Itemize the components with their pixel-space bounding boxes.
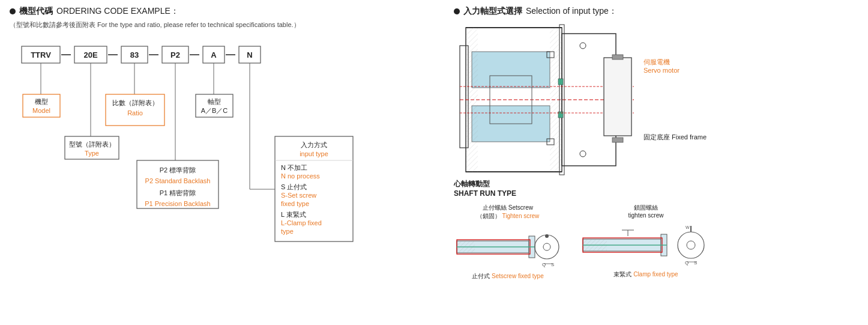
svg-text:Q: Q	[542, 262, 546, 267]
svg-point-87	[543, 243, 550, 251]
svg-text:L 束緊式: L 束緊式	[281, 211, 306, 218]
left-title-en: ORDERING CODE EXAMPLE：	[56, 6, 179, 17]
bullet-icon	[10, 8, 16, 14]
fixed-frame-zh: 固定底座	[643, 133, 670, 141]
clamp-diagram: Q S W	[580, 221, 712, 269]
svg-text:A: A	[211, 50, 217, 59]
setscrew-fixed-label: 止付式 Setscrew fixed type	[472, 272, 544, 281]
setscrew-bracket: （鎖固）	[477, 213, 501, 219]
shaft-run-zh: 心軸轉動型	[454, 180, 490, 188]
setscrew-fixed-zh: 止付式	[472, 273, 490, 279]
svg-text:L-Clamp fixed: L-Clamp fixed	[281, 219, 322, 226]
svg-text:W: W	[686, 225, 690, 229]
servo-motor-en: Servo motor	[643, 67, 680, 74]
ordering-code-diagram: TTRV — 20E — 83 — P2 — A — N	[10, 40, 430, 263]
svg-text:S 止付式: S 止付式	[281, 183, 307, 190]
svg-point-88	[545, 234, 549, 238]
servo-motor-zh: 伺服電機	[643, 58, 670, 65]
tighten-screw-en: tighten screw	[628, 212, 664, 219]
svg-text:N no process: N no process	[281, 172, 320, 180]
shaft-run-en: SHAFT RUN TYPE	[454, 189, 516, 198]
svg-text:20E: 20E	[83, 50, 97, 59]
svg-rect-71	[466, 28, 478, 172]
svg-text:P2 標準背隙: P2 標準背隙	[160, 166, 196, 174]
servo-motor-label: 伺服電機 Servo motor	[643, 58, 707, 74]
svg-text:軸型: 軸型	[208, 98, 221, 105]
svg-text:S: S	[694, 260, 697, 266]
tighten-screw-label: 鎖固螺絲 tighten screw	[628, 204, 664, 219]
svg-rect-72	[550, 28, 562, 172]
svg-text:N 不加工: N 不加工	[281, 164, 307, 171]
clamp-fixed-label: 束緊式 Clamp fixed type	[613, 270, 678, 279]
setscrew-zh: 止付螺絲 Setscrew	[483, 204, 533, 211]
svg-rect-77	[604, 58, 631, 136]
setscrew-tighten: Tighten screw	[502, 213, 539, 219]
svg-text:—: —	[108, 49, 118, 59]
svg-text:type: type	[281, 228, 294, 235]
svg-rect-62	[472, 52, 550, 88]
fixed-frame-en: Fixed frame	[672, 133, 707, 141]
svg-text:—: —	[61, 49, 71, 59]
shaft-labels: 伺服電機 Servo motor 固定底座 Fixed frame	[643, 22, 707, 178]
svg-text:—: —	[190, 49, 199, 59]
left-subtitle: （型號和比數請參考後面附表 For the type and ratio, pl…	[10, 20, 442, 29]
svg-text:Type: Type	[85, 150, 99, 157]
clamp-fixed-area: 鎖固螺絲 tighten screw	[580, 204, 712, 279]
shaft-run-type-label: 心軸轉動型 SHAFT RUN TYPE	[454, 179, 858, 198]
svg-text:TTRV: TTRV	[31, 50, 51, 59]
left-title-zh: 機型代碼	[19, 6, 53, 17]
clamp-fixed-zh: 束緊式	[613, 271, 631, 278]
shaft-run-diagram	[454, 22, 634, 178]
setscrew-label: 止付螺絲 Setscrew （鎖固） Tighten screw	[477, 204, 540, 220]
svg-text:fixed type: fixed type	[281, 200, 309, 207]
svg-text:Q: Q	[685, 260, 689, 266]
svg-text:比數（詳附表）: 比數（詳附表）	[112, 99, 158, 106]
svg-text:P1 Precision Backlash: P1 Precision Backlash	[145, 200, 210, 207]
right-section-title: 入力軸型式選擇 Selection of input type：	[454, 6, 858, 17]
setscrew-fixed-area: 止付螺絲 Setscrew （鎖固） Tighten screw	[454, 204, 562, 281]
svg-rect-73	[558, 79, 563, 85]
svg-text:S-Set screw: S-Set screw	[281, 192, 316, 199]
right-bullet-icon	[454, 8, 460, 14]
svg-rect-78	[612, 55, 623, 59]
svg-text:83: 83	[130, 50, 139, 59]
svg-point-86	[535, 235, 559, 259]
svg-text:S: S	[551, 262, 554, 267]
right-section: 入力軸型式選擇 Selection of input type：	[442, 6, 858, 319]
left-section-title: 機型代碼 ORDERING CODE EXAMPLE：	[10, 6, 442, 17]
right-title-en: Selection of input type：	[526, 6, 617, 17]
svg-text:Ratio: Ratio	[127, 109, 143, 117]
svg-text:input type: input type	[300, 150, 328, 157]
tighten-screw-zh: 鎖固螺絲	[634, 204, 658, 211]
svg-point-101	[687, 241, 695, 249]
setscrew-diagram: Q S	[454, 223, 562, 271]
svg-point-100	[678, 232, 704, 258]
shaft-run-area: 伺服電機 Servo motor 固定底座 Fixed frame	[454, 22, 858, 178]
svg-text:—: —	[226, 49, 235, 59]
svg-rect-79	[612, 138, 623, 142]
svg-point-69	[580, 151, 586, 157]
clamp-fixed-en: Clamp fixed type	[633, 271, 678, 278]
svg-text:P2 Standard Backlash: P2 Standard Backlash	[145, 177, 211, 184]
svg-text:機型: 機型	[35, 98, 48, 105]
svg-text:型號（詳附表）: 型號（詳附表）	[69, 141, 115, 148]
svg-point-68	[580, 43, 586, 49]
fixed-frame-label: 固定底座 Fixed frame	[643, 133, 707, 142]
svg-text:N: N	[247, 50, 252, 59]
left-section: 機型代碼 ORDERING CODE EXAMPLE： （型號和比數請參考後面附…	[10, 6, 442, 319]
svg-text:Model: Model	[32, 107, 50, 114]
bottom-diagrams: 止付螺絲 Setscrew （鎖固） Tighten screw	[454, 204, 858, 281]
svg-text:P2: P2	[170, 50, 180, 59]
svg-text:入力方式: 入力方式	[301, 141, 327, 148]
svg-text:—: —	[149, 49, 158, 59]
right-title-zh: 入力軸型式選擇	[463, 6, 522, 17]
setscrew-fixed-en: Setscrew fixed type	[492, 273, 544, 279]
svg-text:A／B／C: A／B／C	[201, 107, 228, 114]
svg-text:P1 精密背隙: P1 精密背隙	[160, 189, 196, 196]
svg-rect-74	[558, 112, 563, 118]
